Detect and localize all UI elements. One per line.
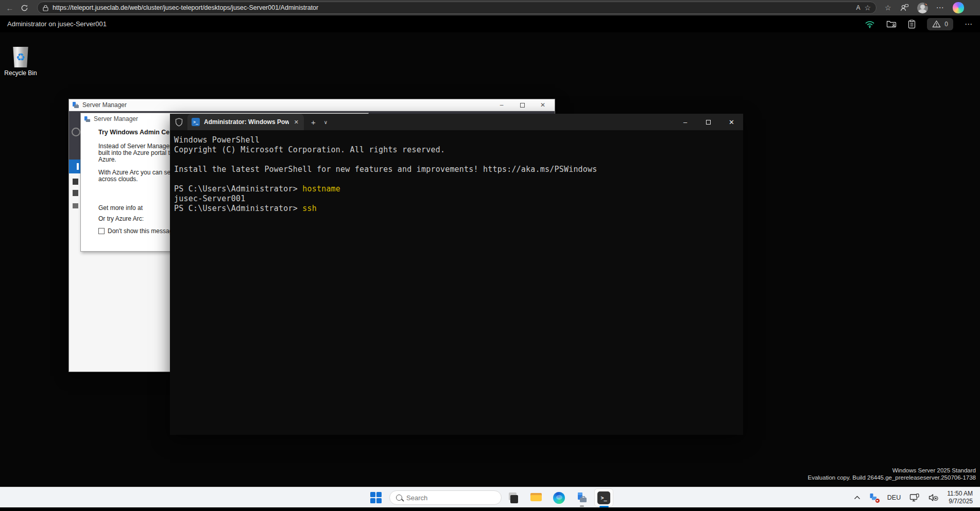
- terminal-tabbar[interactable]: >_ Administrator: Windows Pow ✕ + ∨ – ✕: [170, 114, 743, 130]
- window-title: Server Manager: [82, 101, 490, 109]
- maximize-button[interactable]: [513, 99, 531, 111]
- sidebar-item-file-storage[interactable]: [73, 203, 78, 208]
- recycle-bin-label: Recycle Bin: [4, 69, 37, 77]
- dialog-info-label: Get more info at: [98, 205, 143, 212]
- time-label: 11:50 AM: [947, 490, 973, 498]
- command-text: hostname: [302, 184, 340, 193]
- running-indicator: [580, 505, 584, 507]
- close-button[interactable]: ✕: [534, 99, 552, 111]
- back-icon[interactable]: ←: [4, 4, 15, 12]
- browser-actions: ☆ ⋯: [885, 2, 964, 13]
- sidebar-item-dashboard[interactable]: [69, 160, 81, 173]
- dialog-text: across clouds.: [98, 176, 138, 183]
- terminal-close-button[interactable]: ✕: [720, 114, 743, 130]
- volume-muted-icon[interactable]: [929, 494, 938, 502]
- server-manager-taskbar-button[interactable]: [574, 487, 590, 508]
- network-icon[interactable]: [909, 494, 920, 502]
- remote-desktop: ♻ Recycle Bin Server Manager – ✕: [0, 32, 980, 487]
- terminal-maximize-button[interactable]: [697, 114, 720, 130]
- eval-watermark: Windows Server 2025 Standard Evaluation …: [808, 467, 976, 481]
- terminal-taskbar-button[interactable]: >_: [594, 488, 613, 507]
- recycle-bin-icon: ♻: [12, 47, 29, 67]
- terminal-blank-line: [174, 174, 743, 184]
- warnings-badge[interactable]: 0: [927, 18, 953, 30]
- active-window-indicator: [599, 506, 609, 507]
- start-button[interactable]: [367, 487, 385, 508]
- copilot-icon[interactable]: [953, 2, 964, 13]
- dialog-heading: Try Windows Admin Center: [98, 129, 182, 136]
- favorites-bar-icon[interactable]: ☆: [885, 4, 891, 12]
- session-menu-icon[interactable]: ⋯: [965, 20, 973, 29]
- server-manager-tray-icon[interactable]: [869, 493, 879, 502]
- search-input[interactable]: [406, 494, 478, 502]
- taskbar: >_ DEU 11:50 AM 9/7/2025: [0, 487, 980, 507]
- refresh-icon[interactable]: [21, 4, 32, 12]
- favorite-star-icon[interactable]: ☆: [864, 4, 871, 12]
- sidebar-item-all-servers[interactable]: [73, 190, 78, 196]
- terminal-output[interactable]: Windows PowerShell Copyright (C) Microso…: [170, 130, 743, 435]
- server-manager-icon: [576, 491, 588, 504]
- tab-close-icon[interactable]: ✕: [293, 119, 300, 126]
- clipboard-icon[interactable]: [908, 20, 916, 29]
- windows-logo-icon: [370, 492, 382, 503]
- address-bar[interactable]: A ☆: [37, 2, 876, 14]
- terminal-icon: >_: [597, 491, 610, 504]
- powershell-icon: >_: [192, 118, 200, 126]
- minimize-button[interactable]: –: [493, 99, 510, 111]
- dialog-arc-label: Or try Azure Arc:: [98, 216, 144, 223]
- server-manager-icon: [72, 101, 79, 109]
- terminal-line: jusec-Server001: [174, 194, 743, 204]
- warning-triangle-icon: [932, 20, 941, 28]
- viewport-bottom-strip: [0, 507, 980, 510]
- terminal-blank-line: [174, 155, 743, 165]
- terminal-line: PS C:\Users\Administrator> ssh: [174, 204, 743, 214]
- file-explorer-button[interactable]: [528, 487, 544, 508]
- watermark-line: Evaluation copy. Build 26445.ge_prerelea…: [808, 474, 976, 482]
- read-aloud-icon[interactable]: A: [856, 4, 860, 11]
- wifi-icon: [865, 20, 875, 28]
- sidebar-item-local-server[interactable]: [73, 179, 78, 185]
- edge-browser-button[interactable]: [551, 487, 566, 508]
- browser-menu-icon[interactable]: ⋯: [936, 3, 944, 12]
- terminal-minimize-button[interactable]: –: [674, 114, 697, 130]
- lock-icon: [43, 5, 48, 11]
- tray-chevron-up-icon[interactable]: [854, 496, 861, 500]
- profile-avatar[interactable]: [917, 3, 928, 13]
- terminal-line: Install the latest PowerShell for new fe…: [174, 165, 743, 174]
- prompt: PS C:\Users\Administrator>: [174, 204, 302, 213]
- task-view-button[interactable]: [507, 487, 522, 508]
- recycle-bin[interactable]: ♻ Recycle Bin: [4, 47, 37, 77]
- date-label: 9/7/2025: [947, 498, 973, 505]
- admin-shield-icon: [175, 118, 183, 127]
- teleport-session-bar: Administrator on jusec-Server001 0 ⋯: [0, 15, 980, 32]
- tab-dropdown-icon[interactable]: ∨: [324, 119, 328, 125]
- server-manager-dark-panel: [69, 111, 81, 160]
- shared-folder-icon[interactable]: [886, 20, 897, 28]
- terminal-line: Copyright (C) Microsoft Corporation. All…: [174, 145, 743, 155]
- dialog-title: Server Manager: [94, 115, 138, 122]
- terminal-window[interactable]: >_ Administrator: Windows Pow ✕ + ∨ – ✕ …: [170, 114, 743, 435]
- tab-title: Administrator: Windows Pow: [204, 118, 289, 126]
- warning-count: 0: [944, 21, 948, 28]
- taskbar-search[interactable]: [389, 490, 502, 505]
- checkbox-icon[interactable]: [98, 228, 105, 234]
- url-input[interactable]: [53, 4, 852, 11]
- dialog-icon: [84, 116, 91, 122]
- language-indicator[interactable]: DEU: [887, 494, 901, 501]
- clock[interactable]: 11:50 AM 9/7/2025: [947, 490, 973, 505]
- terminal-line: PS C:\Users\Administrator> hostname: [174, 184, 743, 194]
- new-tab-button[interactable]: +: [311, 118, 316, 127]
- prompt: PS C:\Users\Administrator>: [174, 184, 302, 193]
- notification-dot: [924, 3, 928, 6]
- terminal-line: Windows PowerShell: [174, 135, 743, 145]
- session-title: Administrator on jusec-Server001: [7, 20, 107, 28]
- server-manager-titlebar[interactable]: Server Manager – ✕: [69, 99, 555, 111]
- tray-alert-badge: [875, 498, 880, 503]
- dialog-text: Azure.: [98, 156, 116, 164]
- watermark-line: Windows Server 2025 Standard: [808, 467, 976, 474]
- edge-icon: [553, 492, 565, 504]
- terminal-tab[interactable]: >_ Administrator: Windows Pow ✕: [187, 114, 304, 130]
- browser-essentials-icon[interactable]: [900, 4, 909, 12]
- back-circle-icon: [72, 128, 80, 136]
- search-icon: [396, 495, 402, 501]
